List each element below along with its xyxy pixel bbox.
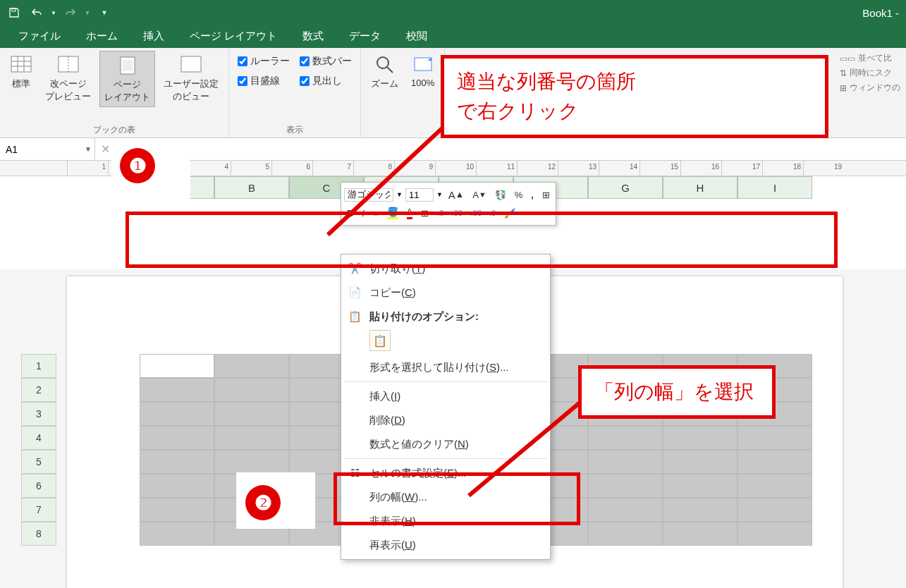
cell-B4[interactable] bbox=[214, 426, 289, 450]
increase-decimal-icon[interactable]: .0→.00 bbox=[434, 207, 465, 219]
reset-window-button[interactable]: ⊞ウィンドウの bbox=[840, 82, 900, 94]
view-page-break-button[interactable]: 改ページ プレビュー bbox=[41, 51, 95, 106]
annotation-callout-2-text: 「列の幅」を選択 bbox=[594, 381, 754, 403]
mini-size-select[interactable] bbox=[405, 188, 434, 202]
zoom-button[interactable]: ズーム bbox=[367, 51, 403, 93]
redo-dropdown[interactable]: ▼ bbox=[83, 3, 92, 23]
increase-font-icon[interactable]: A▲ bbox=[446, 188, 467, 202]
qat-customize[interactable]: ▼ bbox=[94, 3, 114, 23]
align-icon[interactable]: ≡ bbox=[370, 207, 381, 220]
cell-G6[interactable] bbox=[588, 474, 663, 498]
side-by-side-button[interactable]: ▭▭並べて比 bbox=[840, 52, 900, 64]
accounting-format-icon[interactable]: 💱 bbox=[492, 188, 509, 202]
row-header-1[interactable]: 1 bbox=[21, 354, 56, 378]
border-icon[interactable]: ⊞ bbox=[418, 207, 431, 220]
tab-home[interactable]: ホーム bbox=[73, 25, 130, 48]
mini-font-dropdown-icon[interactable]: ▼ bbox=[396, 191, 403, 198]
cell-A5[interactable] bbox=[140, 450, 214, 474]
cell-B3[interactable] bbox=[214, 402, 289, 426]
cell-G8[interactable] bbox=[588, 522, 663, 546]
tab-review[interactable]: 校閲 bbox=[393, 25, 440, 48]
cell-A7[interactable] bbox=[140, 498, 214, 522]
column-header-B[interactable]: B bbox=[214, 176, 289, 199]
cell-I6[interactable] bbox=[737, 474, 812, 498]
comma-icon[interactable]: , bbox=[528, 188, 537, 202]
mini-size-dropdown-icon[interactable]: ▼ bbox=[436, 191, 443, 198]
format-painter-icon[interactable]: 🖌️ bbox=[501, 207, 518, 220]
cell-A4[interactable] bbox=[140, 426, 214, 450]
cell-G4[interactable] bbox=[588, 426, 663, 450]
cell-I8[interactable] bbox=[737, 522, 812, 546]
menu-column-width[interactable]: 列の幅(W)... bbox=[341, 485, 550, 509]
cell-H7[interactable] bbox=[663, 498, 737, 522]
cell-A8[interactable] bbox=[140, 522, 214, 546]
tab-page-layout[interactable]: ページ レイアウト bbox=[177, 25, 290, 48]
cell-B5[interactable] bbox=[214, 450, 289, 474]
cell-A1[interactable] bbox=[140, 354, 214, 378]
tab-data[interactable]: データ bbox=[336, 25, 393, 48]
undo-dropdown[interactable]: ▼ bbox=[49, 3, 58, 23]
row-header-4[interactable]: 4 bbox=[21, 426, 56, 450]
menu-cut[interactable]: ✂️ 切り取り(T) bbox=[341, 257, 550, 281]
cell-A2[interactable] bbox=[140, 378, 214, 402]
column-header-G[interactable]: G bbox=[588, 176, 663, 199]
sync-scroll-button[interactable]: ⇅同時にスク bbox=[840, 67, 900, 79]
fill-color-icon[interactable]: 🪣 bbox=[384, 205, 401, 221]
check-headings[interactable]: 見出し bbox=[297, 73, 355, 89]
cell-A6[interactable] bbox=[140, 474, 214, 498]
view-page-layout-button[interactable]: ページ レイアウト bbox=[99, 51, 155, 107]
cell-B1[interactable] bbox=[214, 354, 289, 378]
save-button[interactable] bbox=[4, 3, 24, 23]
horizontal-ruler: 12345678910111213141516171819 bbox=[67, 161, 906, 176]
italic-icon[interactable]: I bbox=[359, 207, 367, 220]
column-header-I[interactable]: I bbox=[737, 176, 812, 199]
cell-G5[interactable] bbox=[588, 450, 663, 474]
check-gridlines[interactable]: 目盛線 bbox=[235, 73, 293, 89]
undo-button[interactable] bbox=[27, 3, 47, 23]
name-box-dropdown-icon[interactable]: ▼ bbox=[85, 145, 92, 153]
decrease-font-icon[interactable]: A▼ bbox=[470, 188, 489, 202]
check-ruler[interactable]: ルーラー bbox=[235, 54, 293, 69]
annotation-badge-1: ❶ bbox=[120, 148, 155, 183]
row-header-2[interactable]: 2 bbox=[21, 378, 56, 402]
row-header-8[interactable]: 8 bbox=[21, 522, 56, 546]
name-box[interactable]: A1 ▼ bbox=[0, 138, 95, 160]
cell-H4[interactable] bbox=[663, 426, 737, 450]
cell-B2[interactable] bbox=[214, 378, 289, 402]
cell-G7[interactable] bbox=[588, 498, 663, 522]
tab-file[interactable]: ファイル bbox=[6, 25, 73, 48]
row-header-5[interactable]: 5 bbox=[21, 450, 56, 474]
redo-button[interactable] bbox=[61, 3, 80, 23]
sync-scroll-label: 同時にスク bbox=[850, 67, 892, 79]
cell-A3[interactable] bbox=[140, 402, 214, 426]
paste-option-default[interactable]: 📋 bbox=[369, 330, 391, 351]
view-normal-button[interactable]: 標準 bbox=[6, 51, 37, 93]
menu-paste-special[interactable]: 形式を選択して貼り付け(S)... bbox=[341, 355, 550, 379]
cell-I7[interactable] bbox=[737, 498, 812, 522]
decrease-decimal-icon[interactable]: .00→.0 bbox=[468, 207, 498, 219]
zoom-100-button[interactable]: 100% bbox=[407, 51, 439, 91]
row-header-7[interactable]: 7 bbox=[21, 498, 56, 522]
merge-icon[interactable]: ⊞ bbox=[539, 188, 553, 202]
menu-delete[interactable]: 削除(D) bbox=[341, 408, 550, 432]
menu-hide[interactable]: 非表示(H) bbox=[341, 509, 550, 533]
menu-copy[interactable]: 📄 コピー(C) bbox=[341, 281, 550, 305]
cell-H8[interactable] bbox=[663, 522, 737, 546]
view-custom-button[interactable]: ユーザー設定 のビュー bbox=[159, 51, 223, 106]
menu-unhide[interactable]: 再表示(U) bbox=[341, 533, 550, 557]
column-header-H[interactable]: H bbox=[663, 176, 737, 199]
row-header-6[interactable]: 6 bbox=[21, 474, 56, 498]
menu-format-cells[interactable]: ☷ セルの書式設定(E)... bbox=[341, 461, 550, 485]
cell-H6[interactable] bbox=[663, 474, 737, 498]
font-color-icon[interactable]: A bbox=[404, 205, 416, 221]
cancel-formula-icon[interactable]: ✕ bbox=[101, 142, 110, 156]
row-header-3[interactable]: 3 bbox=[21, 402, 56, 426]
tab-insert[interactable]: 挿入 bbox=[130, 25, 177, 48]
cell-I4[interactable] bbox=[737, 426, 812, 450]
menu-insert[interactable]: 挿入(I) bbox=[341, 384, 550, 408]
tab-formulas[interactable]: 数式 bbox=[290, 25, 336, 48]
cell-H5[interactable] bbox=[663, 450, 737, 474]
cell-I5[interactable] bbox=[737, 450, 812, 474]
percent-icon[interactable]: % bbox=[512, 188, 526, 202]
check-formula-bar[interactable]: 数式バー bbox=[297, 54, 355, 69]
